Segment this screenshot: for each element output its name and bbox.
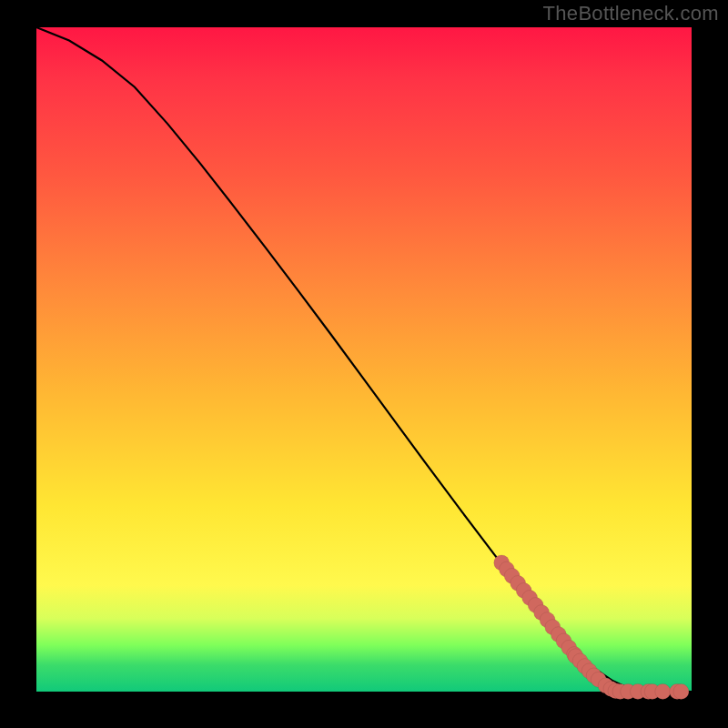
overlay-svg	[36, 27, 692, 692]
data-marker	[673, 684, 689, 700]
chart-root: TheBottleneck.com	[0, 0, 728, 728]
data-marker	[655, 684, 671, 700]
marker-layer	[494, 555, 689, 700]
watermark-text: TheBottleneck.com	[543, 2, 719, 25]
bottleneck-curve	[36, 27, 692, 692]
plot-area	[36, 27, 692, 692]
